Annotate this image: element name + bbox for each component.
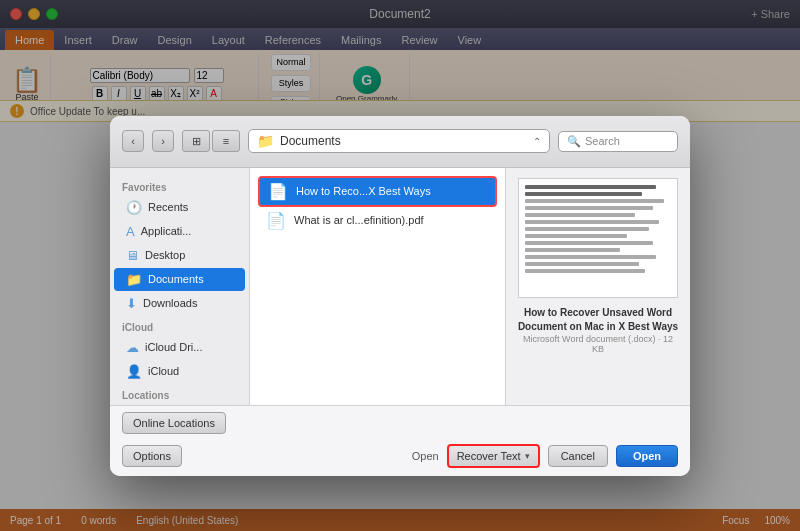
- sidebar-item-shared[interactable]: 👤 iCloud: [114, 360, 245, 383]
- preview-line: [525, 213, 635, 217]
- preview-line: [525, 220, 659, 224]
- options-button[interactable]: Options: [122, 445, 182, 467]
- preview-line: [525, 234, 627, 238]
- desktop-icon: 🖥: [126, 248, 139, 263]
- location-bar[interactable]: 📁 Documents ⌃: [248, 129, 550, 153]
- shared-icon: 👤: [126, 364, 142, 379]
- dialog-bottom-row1: Online Locations: [110, 406, 690, 440]
- locations-label: Locations: [110, 384, 249, 403]
- preview-line: [525, 269, 645, 273]
- preview-line: [525, 227, 649, 231]
- dialog-bottom-row2: Options Open Recover Text ▾ Cancel Open: [110, 440, 690, 476]
- preview-line: [525, 241, 653, 245]
- preview-line: [525, 185, 656, 189]
- search-placeholder: Search: [585, 135, 620, 147]
- grid-view-button[interactable]: ⊞: [182, 130, 210, 152]
- sidebar-item-recents[interactable]: 🕐 Recents: [114, 196, 245, 219]
- icloud-label: iCloud: [110, 316, 249, 335]
- file-dialog: ‹ › ⊞ ≡ 📁 Documents ⌃ 🔍 Search Favorites: [110, 116, 690, 476]
- recover-text-label: Recover Text: [457, 450, 521, 462]
- dialog-body: Favorites 🕐 Recents A Applicati... 🖥 Des…: [110, 168, 690, 405]
- open-label: Open: [412, 450, 439, 462]
- open-button[interactable]: Open: [616, 445, 678, 467]
- file-list: 📄 How to Reco...X Best Ways 📄 What is ar…: [250, 168, 505, 405]
- file-item-pdf[interactable]: 📄 What is ar cl...efinition).pdf: [258, 207, 497, 234]
- preview-line: [525, 199, 664, 203]
- sidebar-shared-label: iCloud: [148, 365, 179, 377]
- preview-thumbnail: [518, 178, 678, 298]
- online-locations-button[interactable]: Online Locations: [122, 412, 226, 434]
- preview-title: How to Recover Unsaved Word Document on …: [516, 306, 680, 334]
- preview-meta: Microsoft Word document (.docx) · 12 KB: [516, 334, 680, 354]
- downloads-icon: ⬇: [126, 296, 137, 311]
- sidebar-item-documents[interactable]: 📁 Documents: [114, 268, 245, 291]
- docx-filename: How to Reco...X Best Ways: [296, 185, 487, 197]
- sidebar-applications-label: Applicati...: [141, 225, 192, 237]
- applications-icon: A: [126, 224, 135, 239]
- dialog-toolbar: ‹ › ⊞ ≡ 📁 Documents ⌃ 🔍 Search: [110, 116, 690, 168]
- list-view-button[interactable]: ≡: [212, 130, 240, 152]
- preview-line: [525, 262, 639, 266]
- sidebar-desktop-label: Desktop: [145, 249, 185, 261]
- recover-text-button[interactable]: Recover Text ▾: [447, 444, 540, 468]
- dialog-bottom: Online Locations Options Open Recover Te…: [110, 405, 690, 476]
- location-text: Documents: [280, 134, 341, 148]
- sidebar-downloads-label: Downloads: [143, 297, 197, 309]
- cancel-button[interactable]: Cancel: [548, 445, 608, 467]
- recents-icon: 🕐: [126, 200, 142, 215]
- preview-line: [525, 206, 653, 210]
- back-nav-button[interactable]: ‹: [122, 130, 144, 152]
- dialog-sidebar: Favorites 🕐 Recents A Applicati... 🖥 Des…: [110, 168, 250, 405]
- preview-line: [525, 255, 656, 259]
- sidebar-icloud-label: iCloud Dri...: [145, 341, 202, 353]
- recover-dropdown-icon: ▾: [525, 451, 530, 461]
- documents-icon: 📁: [126, 272, 142, 287]
- icloud-icon: ☁: [126, 340, 139, 355]
- sidebar-item-downloads[interactable]: ⬇ Downloads: [114, 292, 245, 315]
- preview-line: [525, 192, 642, 196]
- sidebar-recents-label: Recents: [148, 201, 188, 213]
- search-icon: 🔍: [567, 135, 581, 148]
- docx-icon: 📄: [268, 182, 288, 201]
- favorites-label: Favorites: [110, 176, 249, 195]
- bottom-right-controls: Open Recover Text ▾ Cancel Open: [412, 444, 678, 468]
- location-arrow-icon: ⌃: [533, 136, 541, 147]
- view-buttons: ⊞ ≡: [182, 130, 240, 152]
- dialog-overlay: ‹ › ⊞ ≡ 📁 Documents ⌃ 🔍 Search Favorites: [0, 0, 800, 531]
- pdf-icon: 📄: [266, 211, 286, 230]
- file-item-docx[interactable]: 📄 How to Reco...X Best Ways: [258, 176, 497, 207]
- sidebar-item-applications[interactable]: A Applicati...: [114, 220, 245, 243]
- preview-panel: How to Recover Unsaved Word Document on …: [505, 168, 690, 405]
- pdf-filename: What is ar cl...efinition).pdf: [294, 214, 489, 226]
- sidebar-item-desktop[interactable]: 🖥 Desktop: [114, 244, 245, 267]
- sidebar-item-icloud-drive[interactable]: ☁ iCloud Dri...: [114, 336, 245, 359]
- sidebar-documents-label: Documents: [148, 273, 204, 285]
- forward-nav-button[interactable]: ›: [152, 130, 174, 152]
- search-bar[interactable]: 🔍 Search: [558, 131, 678, 152]
- preview-line: [525, 248, 620, 252]
- folder-icon: 📁: [257, 133, 274, 149]
